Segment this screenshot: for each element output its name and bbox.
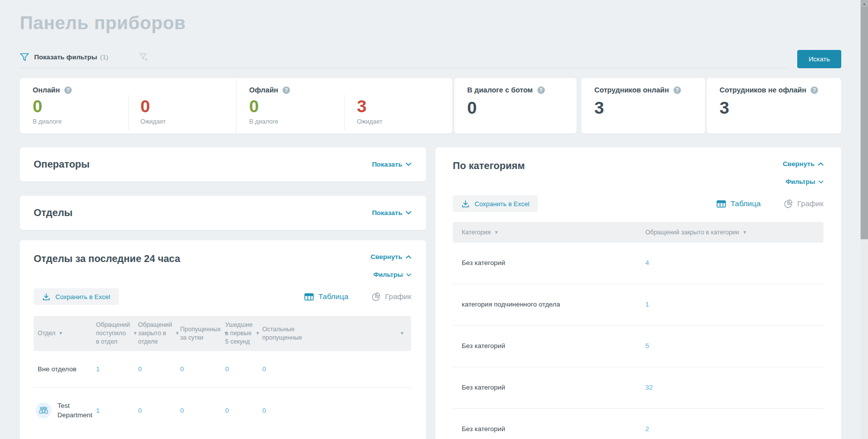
- value-link[interactable]: 5: [645, 342, 815, 350]
- panel-categories-collapse-link[interactable]: Свернуть: [783, 160, 823, 168]
- stat-employees-not-offline: Сотрудников не офлайн ? 3: [707, 78, 841, 133]
- value-link[interactable]: 1: [645, 301, 815, 308]
- categories-table-header: Категория ▼ Обращений закрыто в категори…: [453, 222, 823, 243]
- column-header-category[interactable]: Категория ▼: [462, 229, 645, 236]
- value-link[interactable]: 0: [180, 365, 225, 373]
- sort-icon[interactable]: ▼: [55, 329, 70, 338]
- stat-sublabel: Ожидает: [357, 118, 452, 125]
- scrollbar-thumb[interactable]: [861, 7, 868, 239]
- table-row: категория подчиненного отдела 1: [453, 284, 823, 325]
- panel-by-categories: По категориям Свернуть Фильтры Сох: [435, 147, 841, 439]
- panel-operators-title: Операторы: [34, 159, 90, 170]
- panel-operators: Операторы Показать: [20, 147, 426, 181]
- stat-value: 0: [249, 97, 345, 116]
- sort-icon[interactable]: ▼: [494, 230, 498, 235]
- panel-departments-24h: Отделы за последние 24 часа Свернуть Фил…: [20, 240, 426, 439]
- page-scrollbar[interactable]: ▲: [861, 0, 868, 439]
- value-link[interactable]: 0: [138, 365, 180, 373]
- pie-chart-icon: [372, 292, 381, 301]
- stat-sublabel: В диалоге: [249, 118, 345, 125]
- chevron-down-icon: [406, 211, 411, 215]
- panel-24h-filters-link[interactable]: Фильтры: [373, 271, 411, 278]
- column-header-left-5s[interactable]: Ушедшие в первые 5 секунд ▼: [225, 321, 262, 346]
- pie-chart-icon: [784, 199, 793, 208]
- column-header-department[interactable]: Отдел ▼: [34, 329, 96, 338]
- stat-value: 3: [594, 98, 705, 117]
- show-filters-label: Показать фильтры: [34, 53, 97, 61]
- column-header-other-missed[interactable]: Остальные пропущенные ▼: [262, 325, 411, 342]
- panel-24h-collapse-link[interactable]: Свернуть: [371, 253, 411, 261]
- chevron-up-icon: [406, 255, 411, 259]
- help-icon[interactable]: ?: [283, 87, 290, 94]
- stat-offline: Офлайн ? 0 В диалоге 3 Ожидает: [236, 78, 453, 133]
- stat-bot-dialog: В диалоге с ботом ? 0: [454, 78, 577, 133]
- sort-icon[interactable]: ▼: [743, 230, 747, 235]
- value-link[interactable]: 0: [225, 407, 262, 414]
- department-name: Вне отделов: [34, 364, 96, 374]
- table-icon: [304, 293, 314, 301]
- departments-show-link[interactable]: Показать: [372, 209, 411, 217]
- stats-row: Онлайн ? 0 В диалоге 0 Ожидает Офлайн: [20, 78, 841, 133]
- table-row: Вне отделов 1 0 0 0 0: [34, 351, 411, 387]
- help-icon[interactable]: ?: [674, 87, 681, 94]
- column-header-missed[interactable]: Пропущенных за сутки ▼: [180, 325, 225, 342]
- clear-filters-icon[interactable]: [139, 53, 148, 61]
- stat-online: Онлайн ? 0 В диалоге 0 Ожидает: [20, 78, 236, 133]
- stat-emp-not-offline-label: Сотрудников не офлайн: [720, 86, 806, 94]
- column-header-received[interactable]: Обращений поступило в отдел ▼: [96, 321, 138, 346]
- tab-chart[interactable]: График: [372, 292, 411, 301]
- value-link[interactable]: 2: [645, 425, 815, 433]
- value-link[interactable]: 0: [262, 365, 411, 373]
- table-row: Без категорий 32: [453, 367, 823, 408]
- tab-chart[interactable]: График: [784, 199, 823, 208]
- panel-departments: Отделы Показать: [20, 196, 426, 230]
- tab-table[interactable]: Таблица: [304, 292, 348, 301]
- show-filters-button[interactable]: Показать фильтры (1): [20, 53, 108, 62]
- stat-value: 3: [357, 97, 452, 116]
- chevron-down-icon: [406, 163, 411, 166]
- value-link[interactable]: 0: [138, 407, 180, 414]
- value-link[interactable]: 1: [96, 365, 138, 373]
- funnel-icon: [20, 53, 29, 62]
- stat-offline-in-dialog: 0 В диалоге: [249, 95, 345, 130]
- operators-show-link[interactable]: Показать: [372, 161, 411, 168]
- panel-categories-filters-link[interactable]: Фильтры: [785, 178, 823, 185]
- stat-value: 0: [141, 97, 236, 116]
- category-name: Без категорий: [462, 424, 645, 434]
- categories-table: Категория ▼ Обращений закрыто в категори…: [453, 222, 823, 439]
- value-link[interactable]: 0: [180, 407, 225, 414]
- table-row: Test Department 1 0 0 0 0: [34, 387, 411, 433]
- stat-employees-online: Сотрудников онлайн ? 3: [581, 78, 705, 133]
- table-row: Без категорий 4: [453, 243, 823, 284]
- panel-24h-title: Отделы за последние 24 часа: [34, 253, 180, 264]
- value-link[interactable]: 0: [262, 407, 411, 414]
- tab-table[interactable]: Таблица: [717, 199, 761, 208]
- help-icon[interactable]: ?: [64, 87, 72, 94]
- value-link[interactable]: 0: [225, 365, 262, 373]
- table-row: Без категорий 2: [453, 408, 823, 439]
- scroll-up-arrow[interactable]: ▲: [861, 0, 868, 7]
- value-link[interactable]: 1: [96, 407, 138, 414]
- department-group-icon: [36, 402, 51, 418]
- table-row: Без категорий 5: [453, 325, 823, 367]
- sort-icon[interactable]: ▼: [397, 329, 411, 338]
- search-button[interactable]: Искать: [797, 50, 841, 68]
- filter-bar-left: Показать фильтры (1): [20, 49, 786, 68]
- stat-value: 3: [720, 98, 841, 117]
- value-link[interactable]: 32: [645, 384, 815, 391]
- chevron-down-icon: [819, 180, 823, 183]
- help-icon[interactable]: ?: [811, 87, 818, 94]
- save-excel-button[interactable]: Сохранить в Excel: [453, 195, 538, 212]
- save-excel-button[interactable]: Сохранить в Excel: [34, 288, 119, 305]
- value-link[interactable]: 4: [645, 259, 815, 266]
- column-header-closed[interactable]: Обращений закрыто в отделе ▼: [138, 321, 180, 346]
- filter-bar: Показать фильтры (1) Искать: [20, 49, 841, 68]
- category-name: категория подчиненного отдела: [462, 300, 645, 309]
- departments-table-header: Отдел ▼ Обращений поступило в отдел ▼ Об…: [34, 316, 411, 351]
- help-icon[interactable]: ?: [537, 87, 545, 94]
- department-name: Test Department: [57, 401, 96, 420]
- category-name: Без категорий: [462, 383, 645, 392]
- table-icon: [717, 200, 726, 208]
- column-header-closed-in-category[interactable]: Обращений закрыто в категории ▼: [645, 229, 815, 236]
- category-name: Без категорий: [462, 258, 645, 267]
